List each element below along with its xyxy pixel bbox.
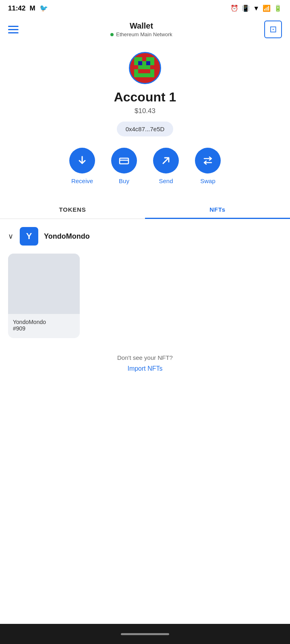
send-label: Send xyxy=(159,178,173,184)
status-bar: 11:42 M 🐦 ⏰ 📳 ▼ 📶 🔋 xyxy=(0,0,290,16)
svg-rect-18 xyxy=(142,69,146,73)
receive-button[interactable]: Receive xyxy=(69,148,95,184)
svg-rect-6 xyxy=(134,61,138,65)
receive-icon xyxy=(77,155,88,166)
network-indicator[interactable]: Ethereum Main Network xyxy=(110,31,172,37)
nft-label: YondoMondo#909 xyxy=(8,314,80,338)
svg-rect-25 xyxy=(150,73,154,77)
nft-image xyxy=(8,254,80,314)
bottom-nav-bar xyxy=(0,624,290,644)
svg-rect-23 xyxy=(142,73,146,77)
account-balance: $10.43 xyxy=(135,107,155,115)
collection-initial: Y xyxy=(26,231,32,242)
svg-rect-20 xyxy=(150,69,154,73)
tab-tokens[interactable]: TOKENS xyxy=(0,200,145,219)
buy-button[interactable]: Buy xyxy=(111,148,137,184)
svg-rect-15 xyxy=(150,65,154,69)
collection-header[interactable]: ∨ Y YondoMondo xyxy=(8,227,282,246)
account-avatar[interactable] xyxy=(129,52,161,84)
network-status-dot xyxy=(110,33,114,36)
svg-rect-19 xyxy=(146,69,150,73)
status-icons: ⏰ 📳 ▼ 📶 🔋 xyxy=(230,4,282,12)
svg-rect-7 xyxy=(138,61,142,65)
send-icon-circle xyxy=(153,148,179,173)
buy-label: Buy xyxy=(119,178,129,184)
app-header: Wallet Ethereum Main Network ⊡ xyxy=(0,16,290,44)
status-time-area: 11:42 M 🐦 xyxy=(8,4,48,12)
tabs-bar: TOKENS NFTs xyxy=(0,200,290,219)
network-name: Ethereum Main Network xyxy=(116,31,172,37)
collection-name: YondoMondo xyxy=(44,232,90,241)
svg-rect-22 xyxy=(138,73,142,77)
svg-rect-21 xyxy=(134,73,138,77)
vibrate-icon: 📳 xyxy=(242,4,250,12)
svg-rect-10 xyxy=(150,61,154,65)
twitter-icon: 🐦 xyxy=(39,4,48,12)
avatar-image xyxy=(130,53,160,83)
clock-time: 11:42 xyxy=(8,4,25,12)
header-center: Wallet Ethereum Main Network xyxy=(110,21,172,37)
svg-rect-8 xyxy=(142,61,146,65)
swap-icon xyxy=(202,155,213,166)
nft-grid: YondoMondo#909 xyxy=(8,254,282,338)
send-button[interactable]: Send xyxy=(153,148,179,184)
swap-icon-circle xyxy=(195,148,221,173)
footer-section: Don't see your NFT? Import NFTs xyxy=(8,338,282,380)
alarm-icon: ⏰ xyxy=(230,4,238,12)
svg-rect-13 xyxy=(142,65,146,69)
account-name: Account 1 xyxy=(114,90,176,105)
svg-rect-9 xyxy=(146,61,150,65)
chevron-down-icon: ∨ xyxy=(8,232,13,241)
svg-rect-3 xyxy=(142,57,146,61)
qr-scan-button[interactable]: ⊡ xyxy=(264,21,282,38)
hamburger-menu-button[interactable] xyxy=(8,26,19,33)
battery-icon: 🔋 xyxy=(274,4,282,12)
svg-rect-14 xyxy=(146,65,150,69)
svg-rect-24 xyxy=(146,73,150,77)
signal-icon: 📶 xyxy=(263,4,271,12)
svg-rect-2 xyxy=(138,57,142,61)
svg-rect-17 xyxy=(138,69,142,73)
swap-button[interactable]: Swap xyxy=(195,148,221,184)
swap-label: Swap xyxy=(200,178,215,184)
tab-nfts[interactable]: NFTs xyxy=(145,200,290,219)
svg-rect-26 xyxy=(120,158,128,164)
import-nfts-link[interactable]: Import NFTs xyxy=(127,365,162,372)
svg-rect-1 xyxy=(134,57,138,61)
home-indicator xyxy=(121,633,169,635)
svg-rect-4 xyxy=(146,57,150,61)
action-buttons: Receive Buy Send xyxy=(61,148,229,184)
buy-icon-circle xyxy=(111,148,137,173)
svg-rect-5 xyxy=(150,57,154,61)
nft-card[interactable]: YondoMondo#909 xyxy=(8,254,80,338)
collection-icon: Y xyxy=(20,227,38,246)
receive-label: Receive xyxy=(71,178,93,184)
receive-icon-circle xyxy=(69,148,95,173)
qr-icon: ⊡ xyxy=(269,24,277,35)
gmail-icon: M xyxy=(29,4,35,12)
account-section: Account 1 $10.43 0x4c87...7e5D Receive B… xyxy=(0,44,290,200)
svg-rect-16 xyxy=(134,69,138,73)
svg-rect-12 xyxy=(138,65,142,69)
nft-content: ∨ Y YondoMondo YondoMondo#909 Don't see … xyxy=(0,219,290,388)
header-title: Wallet xyxy=(110,21,172,31)
svg-rect-11 xyxy=(134,65,138,69)
footer-question: Don't see your NFT? xyxy=(117,354,173,361)
wifi-icon: ▼ xyxy=(253,5,259,12)
account-address[interactable]: 0x4c87...7e5D xyxy=(117,122,174,136)
send-icon xyxy=(160,155,172,166)
buy-icon xyxy=(118,155,130,166)
